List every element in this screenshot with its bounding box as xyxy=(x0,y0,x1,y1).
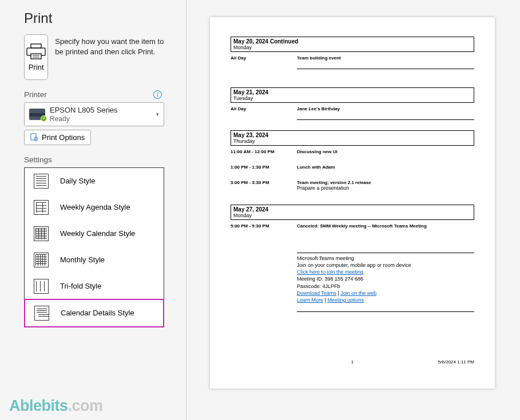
style-label: Weekly Calendar Style xyxy=(60,229,135,238)
event-title: Jane Lee's Birthday xyxy=(297,106,340,111)
style-label: Tri-fold Style xyxy=(60,282,101,290)
print-options-button[interactable]: Print Options xyxy=(24,130,91,145)
day-header: May 27, 2024 Monday xyxy=(231,205,474,220)
event-time: All Day xyxy=(231,55,297,69)
teams-join-link[interactable]: Click here to join the meeting xyxy=(297,269,363,275)
print-options-label: Print Options xyxy=(42,133,85,142)
event-row: All Day Team building event xyxy=(231,55,474,69)
printer-dropdown[interactable]: ✓ EPSON L805 Series Ready ▾ xyxy=(24,102,164,126)
style-daily[interactable]: Daily Style xyxy=(25,168,164,194)
style-label: Monthly Style xyxy=(60,255,105,264)
watermark-domain: .com xyxy=(68,397,103,414)
event-time: 1:00 PM - 1:30 PM xyxy=(231,165,297,170)
event-title: Team meeting; version 2.1 release xyxy=(297,180,371,185)
teams-heading: Microsoft Teams meeting xyxy=(297,255,474,262)
svg-rect-5 xyxy=(31,134,36,140)
teams-learnmore-link[interactable]: Learn More xyxy=(297,297,323,303)
print-preview-page: May 20, 2024 Continued Monday All Day Te… xyxy=(210,17,495,389)
event-row: 5:00 PM - 5:30 PM Canceled: SMM Weekly m… xyxy=(231,223,474,229)
watermark-brand: Ablebits xyxy=(9,397,68,414)
teams-download-link[interactable]: Download Teams xyxy=(297,290,336,296)
teams-joinweb-link[interactable]: Join on the web xyxy=(340,290,376,296)
printer-name: EPSON L805 Series xyxy=(50,106,152,115)
day-date: May 21, 2024 xyxy=(233,89,471,95)
printer-status: Ready xyxy=(50,115,152,123)
event-row: 11:00 AM - 12:00 PM Discussing new UI xyxy=(231,149,474,154)
day-dow: Monday xyxy=(233,213,471,218)
page-footer: 1 5/6/2024 1:11 PM xyxy=(231,359,474,365)
event-time: 5:00 PM - 5:30 PM xyxy=(231,223,297,229)
day-date: May 27, 2024 xyxy=(233,206,471,213)
teams-passcode: Passcode: 4JLPFb xyxy=(297,283,474,290)
event-row: 1:00 PM - 1:30 PM Lunch with Adam xyxy=(231,165,474,170)
printer-device-icon: ✓ xyxy=(29,109,45,120)
print-button[interactable]: Print xyxy=(24,34,48,80)
teams-options-link[interactable]: Meeting options xyxy=(327,297,364,303)
style-weekly-calendar[interactable]: Weekly Calendar Style xyxy=(25,221,164,247)
style-calendar-details[interactable]: Calendar Details Style xyxy=(24,299,164,327)
style-label: Daily Style xyxy=(60,177,95,185)
status-check-icon: ✓ xyxy=(41,115,47,122)
settings-section-label: Settings xyxy=(24,155,52,164)
info-icon[interactable]: i xyxy=(153,90,162,99)
style-list: Daily Style Weekly Agenda Style Weekly C… xyxy=(24,167,164,327)
options-icon xyxy=(30,133,38,141)
day-date: May 20, 2024 Continued xyxy=(233,38,471,45)
event-time: 3:00 PM - 3:30 PM xyxy=(231,180,297,191)
chevron-down-icon: ▾ xyxy=(156,111,159,117)
monthly-style-icon xyxy=(34,253,49,267)
day-date: May 23, 2024 xyxy=(233,132,471,138)
style-label: Calendar Details Style xyxy=(61,309,134,317)
event-title: Lunch with Adam xyxy=(297,165,335,170)
day-dow: Thursday xyxy=(233,138,471,144)
event-row: 3:00 PM - 3:30 PM Team meeting; version … xyxy=(231,180,474,191)
print-icon xyxy=(26,43,46,59)
page-number: 1 xyxy=(351,359,354,365)
event-title: Discussing new UI xyxy=(297,149,338,154)
printer-section-label: Printer xyxy=(24,90,47,99)
teams-meeting-block: Microsoft Teams meeting Join on your com… xyxy=(297,253,474,312)
weekly-agenda-style-icon xyxy=(34,200,49,215)
teams-meeting-id: Meeting ID: 398 155 274 686 xyxy=(297,275,474,282)
print-button-label: Print xyxy=(29,63,44,71)
svg-rect-0 xyxy=(31,44,41,48)
event-title: Canceled: SMM Weekly meeting -- Microsof… xyxy=(297,223,427,229)
svg-point-7 xyxy=(35,138,37,139)
event-note: Prapare a presentation xyxy=(297,185,350,191)
watermark: Ablebits.com xyxy=(9,397,103,415)
event-time: All Day xyxy=(231,106,297,120)
daily-style-icon xyxy=(34,174,49,189)
style-monthly[interactable]: Monthly Style xyxy=(25,247,164,273)
day-header: May 20, 2024 Continued Monday xyxy=(231,37,474,52)
svg-rect-2 xyxy=(31,54,41,59)
panel-divider xyxy=(186,0,186,420)
style-label: Weekly Agenda Style xyxy=(60,203,130,211)
day-header: May 21, 2024 Tuesday xyxy=(231,87,474,103)
page-timestamp: 5/6/2024 1:11 PM xyxy=(438,359,474,365)
event-time: 11:00 AM - 12:00 PM xyxy=(231,149,297,154)
print-description: Specify how you want the item to be prin… xyxy=(55,34,164,80)
day-header: May 23, 2024 Thursday xyxy=(231,130,474,146)
event-row: All Day Jane Lee's Birthday xyxy=(231,106,474,120)
teams-subtitle: Join on your computer, mobile app or roo… xyxy=(297,262,474,269)
day-dow: Monday xyxy=(233,45,471,50)
calendar-details-style-icon xyxy=(34,306,49,321)
day-dow: Tuesday xyxy=(233,95,471,101)
trifold-style-icon xyxy=(34,279,49,294)
page-title: Print xyxy=(24,10,164,26)
style-trifold[interactable]: Tri-fold Style xyxy=(25,273,164,299)
style-weekly-agenda[interactable]: Weekly Agenda Style xyxy=(25,194,164,221)
weekly-calendar-style-icon xyxy=(34,226,49,241)
event-title: Team building event xyxy=(297,55,341,61)
